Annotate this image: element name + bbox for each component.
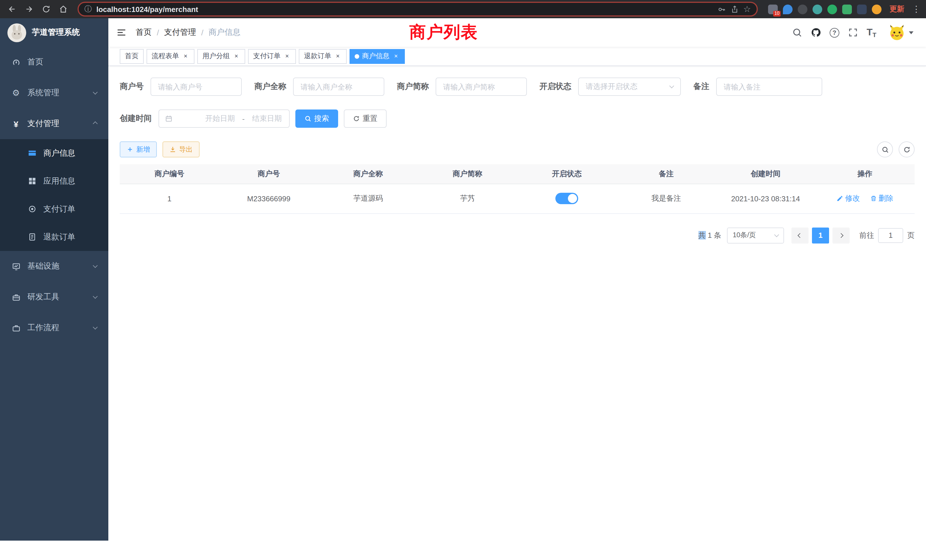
chevron-down-icon: [93, 90, 98, 95]
table-row: 1 M233666999 芋道源码 芋艿 我是备注 2021-10-23 08:…: [120, 184, 915, 213]
short-name-input[interactable]: [436, 77, 527, 96]
browser-menu-icon[interactable]: ⋮: [911, 4, 921, 14]
home-icon[interactable]: [56, 2, 71, 17]
chevron-down-icon: [774, 232, 779, 237]
reset-button[interactable]: 重置: [344, 109, 387, 128]
fullscreen-icon[interactable]: [848, 27, 858, 38]
password-key-icon[interactable]: [717, 5, 726, 14]
extension-icon-1[interactable]: 10: [768, 4, 778, 14]
extension-icon-4[interactable]: [813, 4, 822, 14]
next-page-button[interactable]: [832, 227, 850, 243]
add-button[interactable]: 新增: [120, 141, 157, 157]
hamburger-icon[interactable]: [117, 27, 127, 38]
sidebar-item-payment[interactable]: ¥ 支付管理: [0, 108, 108, 139]
prev-page-button[interactable]: [791, 227, 808, 243]
sidebar-item-pay-order[interactable]: 支付订单: [0, 195, 108, 223]
record-circle-icon: [27, 204, 36, 213]
page-annotation: 商户列表: [409, 21, 478, 44]
sidebar-item-label: 支付管理: [27, 119, 59, 129]
sidebar-item-label: 应用信息: [43, 176, 75, 186]
sidebar-logo[interactable]: 芋道管理系统: [0, 18, 108, 47]
status-toggle[interactable]: [555, 193, 578, 204]
help-icon[interactable]: ?: [830, 28, 839, 37]
cell-create-time: 2021-10-23 08:31:14: [716, 184, 816, 213]
sidebar-item-refund-order[interactable]: 退款订单: [0, 223, 108, 251]
url-text[interactable]: localhost:1024/pay/merchant: [96, 5, 713, 14]
plus-icon: [127, 146, 133, 153]
sidebar-item-label: 研发工具: [27, 292, 59, 302]
gear-icon: ⚙: [11, 88, 21, 97]
tab-active-dot: [355, 54, 359, 59]
goto-page-input[interactable]: [878, 228, 903, 243]
date-range-picker[interactable]: 开始日期 - 结束日期: [159, 109, 290, 128]
close-icon[interactable]: ×: [233, 53, 240, 60]
font-size-icon[interactable]: TT: [867, 27, 876, 38]
col-actions: 操作: [816, 164, 915, 184]
pencil-icon: [837, 195, 843, 202]
tab-pay-order[interactable]: 支付订单×: [248, 49, 296, 64]
breadcrumb-current: 商户信息: [209, 27, 241, 38]
create-time-label: 创建时间: [120, 114, 152, 124]
sidebar-item-infrastructure[interactable]: 基础设施: [0, 251, 108, 282]
cell-remark: 我是备注: [617, 184, 716, 213]
tab-user-group[interactable]: 用户分组×: [197, 49, 245, 64]
extension-icon-6[interactable]: [842, 4, 852, 14]
close-icon[interactable]: ×: [334, 53, 342, 60]
merchant-no-input[interactable]: [151, 77, 242, 96]
bookmark-star-icon[interactable]: ☆: [743, 4, 751, 14]
page-size-select[interactable]: 10条/页: [727, 227, 784, 243]
chrome-update-button[interactable]: 更新: [890, 4, 904, 14]
screen: ⓘ localhost:1024/pay/merchant ☆ 10 更新 ⋮ …: [0, 0, 926, 560]
export-button[interactable]: 导出: [162, 141, 200, 157]
tab-merchant-info[interactable]: 商户信息×: [350, 49, 405, 64]
breadcrumb-payment[interactable]: 支付管理: [164, 27, 196, 38]
close-icon[interactable]: ×: [182, 53, 189, 60]
breadcrumb-separator: /: [201, 28, 204, 37]
cell-merchant-id: 1: [120, 184, 219, 213]
delete-link[interactable]: 删除: [870, 193, 893, 204]
extension-icon-8[interactable]: [872, 4, 882, 14]
sidebar-item-merchant-info[interactable]: 商户信息: [0, 139, 108, 167]
sidebar-item-system[interactable]: ⚙ 系统管理: [0, 77, 108, 108]
share-icon[interactable]: [730, 5, 739, 14]
extension-icon-7[interactable]: [857, 4, 867, 14]
github-icon[interactable]: [811, 27, 821, 38]
extension-icon-3[interactable]: [798, 4, 807, 14]
close-icon[interactable]: ×: [392, 53, 400, 60]
extension-icon-2[interactable]: [783, 4, 793, 14]
breadcrumb-home[interactable]: 首页: [136, 27, 152, 38]
remark-input[interactable]: [716, 77, 822, 96]
filter-row-2: 创建时间 开始日期 - 结束日期 搜索 重置: [120, 109, 915, 128]
tab-label: 商户信息: [362, 51, 389, 61]
user-avatar-menu[interactable]: [888, 24, 914, 41]
extension-icon-5[interactable]: [828, 4, 837, 14]
chevron-left-icon: [798, 233, 803, 238]
forward-icon[interactable]: [22, 2, 36, 17]
full-name-input[interactable]: [293, 77, 384, 96]
sidebar-item-label: 首页: [27, 57, 43, 67]
sidebar-item-workflow[interactable]: 工作流程: [0, 312, 108, 343]
col-remark: 备注: [617, 164, 716, 184]
refresh-table-button[interactable]: [899, 141, 915, 157]
tab-home[interactable]: 首页: [120, 49, 144, 64]
tab-refund-order[interactable]: 退款订单×: [299, 49, 346, 64]
sidebar-item-home[interactable]: 首页: [0, 47, 108, 77]
page-1-button[interactable]: 1: [812, 227, 829, 243]
search-icon[interactable]: [792, 27, 802, 38]
status-select[interactable]: 请选择开启状态: [578, 77, 681, 96]
close-icon[interactable]: ×: [283, 53, 291, 60]
site-info-icon[interactable]: ⓘ: [85, 4, 92, 14]
refresh-icon: [353, 115, 360, 122]
tab-process-form[interactable]: 流程表单×: [147, 49, 194, 64]
search-button[interactable]: 搜索: [295, 109, 338, 128]
chevron-down-icon: [93, 263, 98, 268]
address-bar[interactable]: ⓘ localhost:1024/pay/merchant ☆: [77, 2, 758, 17]
merchant-table: 商户编号 商户号 商户全称 商户简称 开启状态 备注 创建时间 操作 1: [120, 164, 915, 213]
toggle-search-button[interactable]: [877, 141, 893, 157]
back-icon[interactable]: [5, 2, 20, 17]
reload-icon[interactable]: [39, 2, 54, 17]
sidebar-item-app-info[interactable]: 应用信息: [0, 167, 108, 195]
sidebar-item-dev-tools[interactable]: 研发工具: [0, 282, 108, 312]
table-tools: [877, 141, 915, 157]
edit-link[interactable]: 修改: [837, 193, 860, 204]
